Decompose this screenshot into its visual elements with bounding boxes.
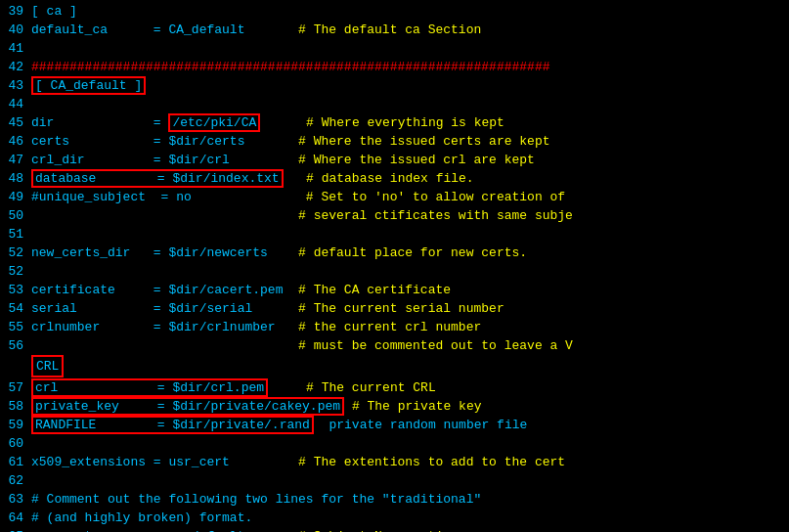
code-editor: 39 [ ca ] 40 default_ca = CA_default # T…: [0, 0, 789, 532]
line-65: 65 name_opt = ca_default # Subject Name …: [4, 527, 785, 532]
line-52-new-certs: 52 new_certs_dir = $dir/newcerts # defau…: [4, 244, 785, 262]
line-53: 53 certificate = $dir/cacert.pem # The C…: [4, 281, 785, 299]
line-40: 40 default_ca = CA_default # The default…: [4, 21, 785, 39]
line-58: 58 private_key = $dir/private/cakey.pem …: [4, 397, 785, 416]
line-41: 41: [4, 39, 785, 58]
line-63: 63 # Comment out the following two lines…: [4, 490, 785, 509]
line-62: 62: [4, 471, 785, 490]
line-44: 44: [4, 95, 785, 113]
line-59: 59 RANDFILE = $dir/private/.rand private…: [4, 416, 785, 434]
line-42: 42 #####################################…: [4, 58, 785, 76]
line-57: 57 crl = $dir/crl.pem # The current CRL: [4, 378, 785, 397]
line-43: 43 [ CA_default ]: [4, 76, 785, 95]
line-45: 45 dir = /etc/pki/CA # Where everything …: [4, 113, 785, 132]
line-50: 50 # several ctificates with same subje: [4, 206, 785, 225]
line-39: 39 [ ca ]: [4, 2, 785, 21]
line-60: 60: [4, 434, 785, 453]
line-49: 49 #unique_subject = no # Set to 'no' to…: [4, 188, 785, 206]
line-54: 54 serial = $dir/serial # The current se…: [4, 299, 785, 318]
line-55: 55 crlnumber = $dir/crlnumber # the curr…: [4, 318, 785, 336]
line-48: 48 database = $dir/index.txt # database …: [4, 169, 785, 188]
line-61: 61 x509_extensions = usr_cert # The exte…: [4, 453, 785, 471]
line-64: 64 # (and highly broken) format.: [4, 509, 785, 527]
line-47: 47 crl_dir = $dir/crl # Where the issued…: [4, 151, 785, 169]
line-51: 51: [4, 225, 785, 244]
line-52-empty: 52: [4, 262, 785, 281]
line-crl-label: CRL: [4, 355, 785, 378]
line-56: 56 # must be commented out to leave a V: [4, 336, 785, 355]
line-46: 46 certs = $dir/certs # Where the issued…: [4, 132, 785, 151]
